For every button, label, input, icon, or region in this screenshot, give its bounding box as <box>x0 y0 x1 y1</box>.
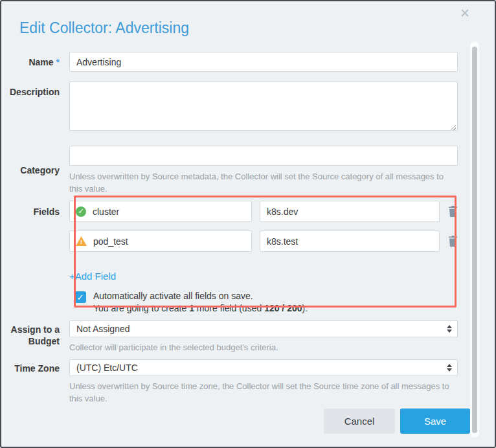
timezone-select[interactable]: (UTC) Etc/UTC <box>69 359 458 376</box>
edit-collector-dialog: ✕ Edit Collector: Advertising Name * Des… <box>0 0 496 448</box>
budget-select[interactable]: Not Assigned <box>69 320 458 337</box>
activate-fields-text: Automatically activate all fields on sav… <box>93 290 308 315</box>
description-row: Description <box>1 82 495 133</box>
fields-to-create-count: 1 <box>189 303 194 313</box>
scrollbar-track[interactable] <box>470 41 479 438</box>
timezone-selected-value: (UTC) Etc/UTC <box>76 363 138 373</box>
close-icon[interactable]: ✕ <box>460 6 470 21</box>
field-key-input[interactable]: ! pod_test <box>69 230 252 252</box>
budget-label: Assign to a Budget <box>1 320 69 353</box>
fields-usage-count: 120 / 200 <box>264 303 302 313</box>
budget-row: Assign to a Budget Not Assigned Collecto… <box>1 320 495 353</box>
field-row-cluster: ✓ cluster k8s.dev <box>69 201 458 222</box>
field-value-input[interactable]: k8s.dev <box>260 201 440 222</box>
activate-line2: You are going to create 1 more field (us… <box>93 302 308 315</box>
cancel-button[interactable]: Cancel <box>324 409 395 434</box>
activate-line1: Automatically activate all fields on sav… <box>93 290 308 302</box>
delete-field-trash-icon[interactable] <box>448 206 458 217</box>
budget-selected-value: Not Assigned <box>76 324 130 334</box>
valid-check-icon: ✓ <box>76 207 86 217</box>
category-label: Category <box>1 146 69 195</box>
field-key-input[interactable]: ✓ cluster <box>69 201 252 222</box>
name-row: Name * <box>1 52 495 72</box>
field-value-input[interactable]: k8s.test <box>260 230 440 252</box>
save-button[interactable]: Save <box>400 409 470 434</box>
description-textarea[interactable] <box>69 82 458 131</box>
category-helper-text: Unless overwritten by Source metadata, t… <box>69 170 451 195</box>
activate-fields-row: ✓ Automatically activate all fields on s… <box>69 290 458 315</box>
category-row: Category Unless overwritten by Source me… <box>1 146 495 195</box>
field-key-text: cluster <box>93 207 119 217</box>
required-asterisk: * <box>56 56 60 68</box>
fields-label: Fields <box>1 201 69 315</box>
select-spinner-icon <box>447 325 452 333</box>
add-field-link[interactable]: +Add Field <box>69 271 116 282</box>
budget-helper-text: Collector will participate in the select… <box>69 341 451 353</box>
field-row-pod-test: ! pod_test k8s.test <box>69 230 458 252</box>
activate-fields-checkbox[interactable]: ✓ <box>74 291 86 303</box>
field-value-text: k8s.test <box>267 236 298 247</box>
dialog-title: Edit Collector: Advertising <box>19 18 495 38</box>
warning-triangle-icon: ! <box>76 236 87 246</box>
timezone-helper-text: Unless overwritten by Source time zone, … <box>69 380 451 405</box>
field-value-text: k8s.dev <box>267 207 298 217</box>
fields-row: Fields ✓ cluster k8s.dev ! <box>1 201 495 315</box>
name-label: Name * <box>1 52 69 72</box>
timezone-row: Time Zone (UTC) Etc/UTC Unless overwritt… <box>1 359 495 405</box>
delete-field-trash-icon[interactable] <box>448 236 458 247</box>
select-spinner-icon <box>447 364 452 372</box>
timezone-label: Time Zone <box>1 359 69 405</box>
description-label: Description <box>1 82 69 133</box>
field-key-text: pod_test <box>93 236 128 247</box>
dialog-footer: Cancel Save <box>324 409 470 434</box>
name-input[interactable] <box>69 52 458 72</box>
collector-form: Name * Description Category Unless overw <box>1 52 495 405</box>
category-input[interactable] <box>69 146 458 166</box>
scrollbar-thumb[interactable] <box>472 47 477 433</box>
